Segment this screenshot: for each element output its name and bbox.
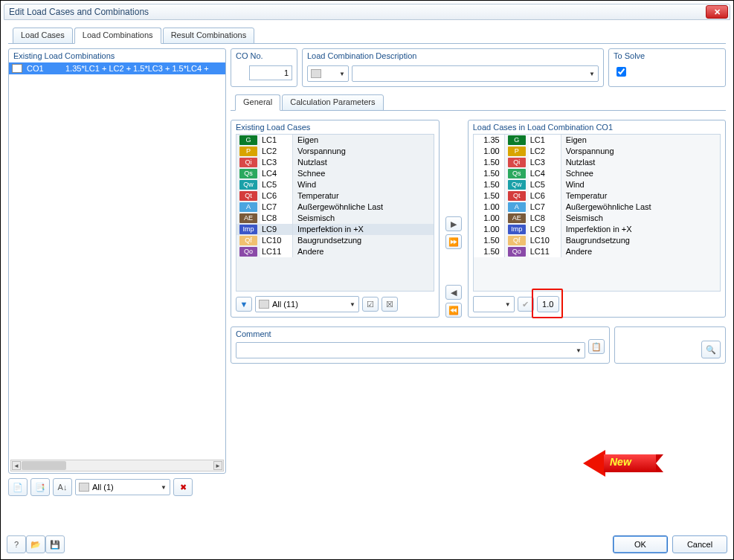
existing-loadcases-list[interactable]: GLC1EigenPLC2VorspannungQiLC3NutzlastQsL… [236,134,434,292]
category-badge: Qo [508,247,526,257]
help-button[interactable]: ? [7,535,26,553]
combo-loadcase-row[interactable]: 1.00PLC2Vorspannung [474,146,720,157]
scroll-right-icon[interactable]: ► [213,461,222,470]
combo-loadcase-row[interactable]: 1.50QiLC3Nutzlast [474,157,720,168]
details-button[interactable]: 🔍 [701,341,721,358]
loadcase-row[interactable]: QfLC10Baugrundsetzung [236,235,434,246]
lc-name: Schnee [293,168,434,179]
category-badge: Qs [508,169,526,178]
delete-co-button[interactable]: ✖ [173,478,193,496]
loadcase-row[interactable]: QtLC6Temperatur [236,190,434,202]
scroll-thumb[interactable] [22,461,66,470]
comment-lib-button[interactable]: 📋 [588,339,605,354]
loadcase-row[interactable]: QiLC3Nutzlast [236,157,434,168]
category-badge: P [508,147,526,156]
factor-cell: 1.00 [474,224,505,235]
tab-result-combinations[interactable]: Result Combinations [163,28,255,44]
lcd-desc-dropdown[interactable]: ▼ [352,65,599,82]
lcd-type-dropdown[interactable]: ▼ [307,65,349,82]
ok-button[interactable]: OK [613,535,668,553]
apply-factor-button[interactable]: ✔ [518,297,534,312]
loadcase-row[interactable]: ALC7Außergewöhnliche Last [236,202,434,213]
left-filter-dropdown[interactable]: All (1) ▼ [75,479,170,495]
loadcase-row[interactable]: QsLC4Schnee [236,168,434,179]
tab-calc-params[interactable]: Calculation Parameters [282,94,383,111]
category-badge: Qi [508,158,526,167]
combo-loadcase-row[interactable]: 1.00AELC8Seismisch [474,213,720,224]
existing-combination-row[interactable]: CO1 1.35*LC1 + LC2 + 1.5*LC3 + 1.5*LC4 + [9,62,225,74]
sort-co-button[interactable]: A↓ [53,478,72,496]
open-button[interactable]: 📂 [26,535,45,553]
tab-load-combinations[interactable]: Load Combinations [74,28,161,44]
save-button[interactable]: 💾 [45,535,65,553]
h-scrollbar[interactable]: ◄ ► [10,460,224,472]
lc-id: LC10 [529,235,561,246]
lc-id: LC3 [529,157,561,168]
factor-cell: 1.50 [474,168,505,179]
category-badge: Imp [508,225,526,234]
combo-loadcase-row[interactable]: 1.50QtLC6Temperatur [474,190,720,202]
solve-checkbox[interactable] [617,67,626,77]
close-button[interactable]: ✕ [706,5,728,19]
filter-button[interactable]: ▼ [236,297,252,312]
remove-one-button[interactable]: ◀ [445,285,462,300]
combo-loadcase-row[interactable]: 1.00ALC7Außergewöhnliche Last [474,202,720,213]
lc-id: LC10 [260,235,293,246]
tab-load-cases[interactable]: Load Cases [13,28,73,44]
select-all-button[interactable]: ☑ [362,297,379,312]
loadcase-row[interactable]: AELC8Seismisch [236,213,434,224]
factor-cell: 1.50 [474,246,505,257]
copy-co-button[interactable]: 📑 [30,478,50,496]
window-title: Edit Load Cases and Combinations [7,7,149,17]
lc-id: LC3 [260,157,293,168]
lc-id: LC11 [260,246,293,257]
tab-general[interactable]: General [235,94,280,111]
co-no-input[interactable] [249,65,292,80]
lc-id: LC6 [260,190,293,202]
left-toolbar: 📄 📑 A↓ All (1) ▼ ✖ [8,478,226,496]
loadcase-row[interactable]: ImpLC9Imperfektion in +X [236,224,434,235]
category-badge: Qf [239,236,257,245]
lc-name: Baugrundsetzung [293,235,434,246]
comment-dropdown[interactable]: ▼ [236,342,585,358]
solve-group: To Solve [608,48,726,87]
add-one-button[interactable]: ▶ [445,216,462,231]
select-multi-button[interactable]: ☒ [382,297,398,312]
category-badge: Qw [239,180,257,190]
combo-loadcase-row[interactable]: 1.50QfLC10Baugrundsetzung [474,235,720,246]
loadcase-row[interactable]: QoLC11Andere [236,246,434,257]
add-all-button[interactable]: ⏩ [445,234,462,249]
factor-cell: 1.50 [474,179,505,190]
combo-loadcase-row[interactable]: 1.50QoLC11Andere [474,246,720,257]
category-badge: Imp [239,225,257,234]
lc-id: LC2 [529,146,561,157]
chevron-down-icon: ▼ [335,71,345,77]
factor-cell: 1.50 [474,157,505,168]
loadcase-row[interactable]: QwLC5Wind [236,179,434,190]
combo-loadcase-row[interactable]: 1.50QsLC4Schnee [474,168,720,179]
set-factor-one-button[interactable]: 1.0 [537,296,559,312]
existing-loadcases-title: Existing Load Cases [236,123,434,133]
category-badge: Qw [508,180,526,190]
loadcase-row[interactable]: PLC2Vorspannung [236,146,434,157]
combo-loadcases-list[interactable]: 1.35GLC1Eigen1.00PLC2Vorspannung1.50QiLC… [473,134,721,292]
lc-name: Nutzlast [561,157,720,168]
chevron-down-icon: ▼ [156,484,167,491]
factor-dropdown[interactable]: ▼ [473,296,515,312]
category-badge: Qt [239,191,257,201]
factor-cell: 1.00 [474,202,505,213]
loadcase-row[interactable]: GLC1Eigen [236,135,434,146]
lc-name: Imperfektion in +X [561,224,720,235]
scroll-left-icon[interactable]: ◄ [12,461,21,470]
solve-label: To Solve [614,51,645,60]
lc-filter-dropdown[interactable]: All (11) ▼ [255,296,359,312]
combo-loadcase-row[interactable]: 1.35GLC1Eigen [474,135,720,146]
combo-loadcase-row[interactable]: 1.50QwLC5Wind [474,179,720,190]
new-co-button[interactable]: 📄 [8,478,28,496]
combo-loadcase-row[interactable]: 1.00ImpLC9Imperfektion in +X [474,224,720,235]
lc-id: LC1 [260,135,293,146]
remove-all-button[interactable]: ⏪ [445,303,462,318]
lc-name: Vorspannung [561,146,720,157]
swatch-icon [259,300,269,309]
cancel-button[interactable]: Cancel [672,535,727,553]
